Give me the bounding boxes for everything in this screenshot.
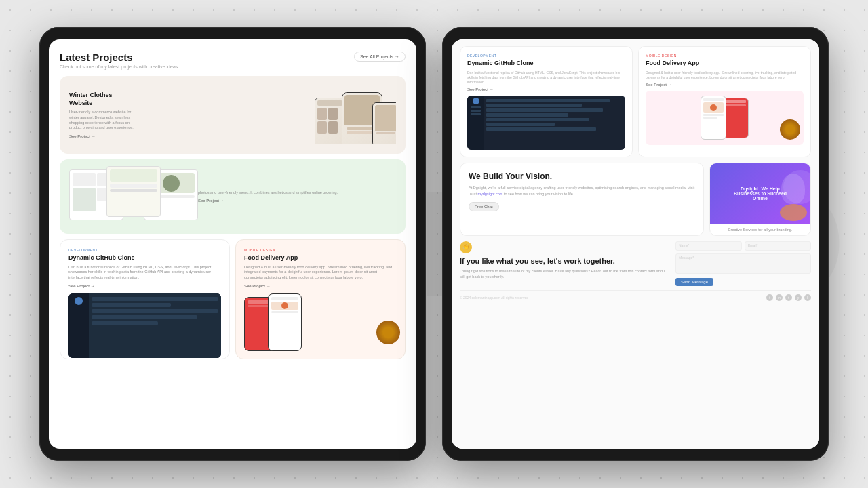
- winter-clothes-title: Winter Clothes Website: [69, 92, 137, 107]
- ecom-screen-2: [106, 166, 161, 217]
- right-food-tag: MOBILE DESIGN: [646, 54, 804, 58]
- see-all-projects-button[interactable]: See All Projects →: [354, 52, 406, 62]
- footer-copyright: © 2024 colemanthapp.com All rights reser…: [460, 296, 528, 300]
- food-phone-white: [268, 293, 302, 351]
- food-title: Food Delivery App: [244, 254, 397, 262]
- right-food-phone-red: [723, 98, 749, 138]
- github-link[interactable]: See Project →: [68, 284, 221, 288]
- vision-mockup-card: Dgsight: We HelpBusinesses to SucceedOnl…: [709, 163, 811, 236]
- ecommerce-link[interactable]: See Project →: [198, 199, 396, 203]
- latest-projects-header: Latest Projects Check out some of my lat…: [60, 52, 406, 69]
- winter-phone-left: [315, 98, 345, 144]
- right-footer: © 2024 colemanthapp.com All rights reser…: [460, 290, 811, 301]
- twitter-icon[interactable]: t: [785, 294, 792, 301]
- food-link[interactable]: See Project →: [244, 284, 397, 288]
- vision-text-card: We Build Your Vision. At Dgsight, we're …: [460, 163, 704, 236]
- vision-title: We Build Your Vision.: [469, 171, 695, 182]
- right-food-title: Food Delivery App: [646, 60, 804, 68]
- right-top-projects: DEVELOPMENT Dynamic GitHub Clone Dan bui…: [460, 46, 811, 157]
- right-github-desc: Dan built a functional replica of GitHub…: [467, 70, 625, 85]
- vision-mockup-title: Dgsight: We HelpBusinesses to SucceedOnl…: [734, 186, 787, 201]
- left-tablet: Latest Projects Check out some of my lat…: [39, 27, 426, 461]
- youtube-icon[interactable]: y: [795, 294, 802, 301]
- right-github-tag: DEVELOPMENT: [467, 54, 625, 58]
- vision-link[interactable]: mydgsight.com: [477, 192, 502, 196]
- winter-clothes-card: Winter Clothes Website User-friendly e-c…: [60, 76, 406, 154]
- vision-caption: Creative Services for all your branding.: [710, 224, 810, 235]
- instagram-icon[interactable]: in: [776, 294, 783, 301]
- vision-section: We Build Your Vision. At Dgsight, we're …: [460, 163, 811, 236]
- contact-desc: I bring rigid solutions to make the life…: [460, 268, 670, 280]
- contact-form: Name* Email* Message* Send Message: [675, 241, 811, 286]
- right-food-link[interactable]: See Project →: [646, 83, 804, 87]
- vision-mockup-inner: Dgsight: We HelpBusinesses to SucceedOnl…: [710, 163, 810, 224]
- right-github-link[interactable]: See Project →: [467, 87, 625, 92]
- left-tablet-screen: Latest Projects Check out some of my lat…: [49, 39, 416, 449]
- github-tag: DEVELOPMENT: [68, 248, 221, 252]
- food-desc: Designed & built a user-friendly food de…: [244, 265, 397, 281]
- free-chat-button[interactable]: Free Chat: [469, 202, 499, 211]
- latest-projects-subtitle: Check out some of my latest projects wit…: [60, 64, 179, 69]
- tablets-container: Latest Projects Check out some of my lat…: [39, 27, 829, 461]
- winter-clothes-desc: User-friendly e-commerce website for win…: [69, 110, 137, 131]
- facebook-icon[interactable]: f: [766, 294, 773, 301]
- ecommerce-mockup: [69, 166, 191, 227]
- email-field[interactable]: Email*: [745, 241, 811, 251]
- food-delivery-card: MOBILE DESIGN Food Delivery App Designed…: [235, 239, 406, 359]
- right-github-card: DEVELOPMENT Dynamic GitHub Clone Dan bui…: [460, 46, 633, 157]
- message-field[interactable]: Message*: [675, 253, 811, 274]
- right-github-title: Dynamic GitHub Clone: [467, 60, 625, 68]
- food-mockup: [244, 293, 397, 358]
- ecommerce-desc: photos and user-friendly menu. It combin…: [198, 190, 396, 196]
- latest-projects-title: Latest Projects: [60, 52, 179, 63]
- right-food-mockup: [646, 91, 804, 145]
- right-tablet: DEVELOPMENT Dynamic GitHub Clone Dan bui…: [442, 27, 829, 461]
- vision-desc: At Dgsight, we're a full-service digital…: [469, 185, 695, 197]
- winter-clothes-mockup: [137, 85, 396, 144]
- send-message-button[interactable]: Send Message: [675, 278, 713, 286]
- right-food-desc: Designed & built a user-friendly food de…: [646, 70, 804, 80]
- right-food-burger: [780, 119, 800, 140]
- right-github-mockup: [467, 96, 625, 150]
- linkedin-icon[interactable]: li: [804, 294, 811, 301]
- winter-phone-right: [372, 102, 396, 144]
- right-food-phone-white: [701, 96, 726, 140]
- contact-avatar: 👋: [460, 241, 472, 253]
- github-mockup: [68, 293, 221, 358]
- contact-text: 👋 If you like what you see, let's work t…: [460, 241, 670, 286]
- burger-decoration: [376, 321, 400, 344]
- right-food-card: MOBILE DESIGN Food Delivery App Designed…: [638, 46, 811, 157]
- food-tag: MOBILE DESIGN: [244, 248, 397, 252]
- contact-title: If you like what you see, let's work tog…: [460, 256, 670, 266]
- github-title: Dynamic GitHub Clone: [68, 254, 221, 262]
- name-field[interactable]: Name*: [675, 241, 742, 251]
- ecommerce-card: photos and user-friendly menu. It combin…: [60, 159, 406, 234]
- contact-section: 👋 If you like what you see, let's work t…: [460, 241, 811, 286]
- github-desc: Dan built a functional replica of GitHub…: [68, 265, 221, 281]
- bottom-cards-row: DEVELOPMENT Dynamic GitHub Clone Dan bui…: [60, 239, 406, 365]
- github-clone-card: DEVELOPMENT Dynamic GitHub Clone Dan bui…: [60, 239, 230, 359]
- winter-clothes-link[interactable]: See Project →: [69, 134, 137, 138]
- right-tablet-screen: DEVELOPMENT Dynamic GitHub Clone Dan bui…: [452, 39, 819, 449]
- footer-social-icons: f in t y li: [766, 294, 811, 301]
